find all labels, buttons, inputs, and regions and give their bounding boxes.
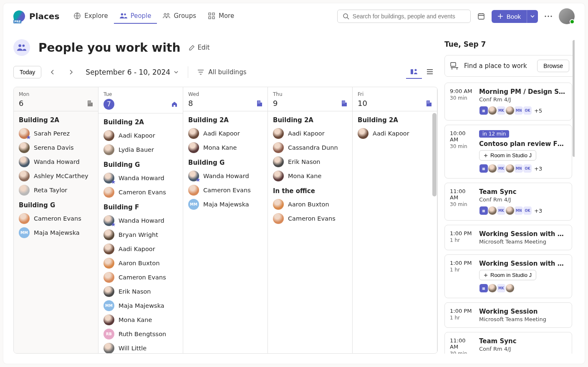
person-row[interactable]: Ashley McCarthey xyxy=(19,171,93,181)
date-range-picker[interactable]: September 6 - 10, 2024 xyxy=(86,68,179,76)
person-name: Erik Nason xyxy=(288,158,320,165)
avatar xyxy=(188,142,199,153)
avatar xyxy=(273,128,284,139)
location-title: Building 2A xyxy=(103,118,178,126)
day-header[interactable]: Fri10 xyxy=(353,87,437,111)
person-row[interactable]: Cameron Evans xyxy=(19,213,93,224)
person-row[interactable]: Cameron Evans xyxy=(103,187,178,198)
today-button[interactable]: Today xyxy=(13,66,41,78)
person-row[interactable]: Aadi Kapoor xyxy=(103,130,178,141)
nav-more-label: More xyxy=(219,12,234,20)
search-input[interactable] xyxy=(353,13,465,20)
person-row[interactable]: Aaron Buxton xyxy=(273,199,347,210)
person-row[interactable]: MMMaja Majewska xyxy=(19,227,93,238)
day-number: 7 xyxy=(103,99,114,110)
location-title: Building 2A xyxy=(188,116,262,124)
avatar xyxy=(273,213,284,224)
person-name: Serena Davis xyxy=(34,144,74,151)
presence-available-icon xyxy=(570,19,575,24)
person-row[interactable]: Aaron Buxton xyxy=(103,258,178,269)
day-header[interactable]: Tue7 xyxy=(98,87,183,113)
person-row[interactable]: Cameron Evans xyxy=(188,185,262,196)
day-header[interactable]: Thu9 xyxy=(268,87,352,111)
event-card[interactable]: 10:00 AM30 minin 12 minContoso plan revi… xyxy=(444,125,572,178)
person-row[interactable]: Wanda Howard xyxy=(103,215,178,226)
nav-more[interactable]: More xyxy=(202,9,240,24)
person-row[interactable]: Aadi Kapoor xyxy=(188,128,262,139)
location-icon xyxy=(257,100,262,107)
person-row[interactable]: Sarah Perez xyxy=(19,128,93,139)
event-card[interactable]: 1:00 PM1 hrWorking Session with a very..… xyxy=(444,225,572,250)
person-row[interactable]: Erik Nason xyxy=(103,286,178,297)
search-box[interactable] xyxy=(337,10,471,23)
person-row[interactable]: Reta Taylor xyxy=(19,185,93,196)
person-row[interactable]: Wanda Howard xyxy=(188,171,262,181)
event-card[interactable]: 9:00 AM30 minMorning PM / Design SyncCon… xyxy=(444,83,572,121)
svg-point-11 xyxy=(545,15,546,17)
person-row[interactable]: Wanda Howard xyxy=(19,156,93,167)
overflow-button[interactable] xyxy=(541,9,555,23)
event-card[interactable]: 11:00 AM30 minTeam SyncConf Rm 4/J▦MKMNO… xyxy=(444,183,572,221)
event-card[interactable]: 1:00 PM1 hrWorking SessionMicrosoft Team… xyxy=(444,302,572,328)
add-room-button[interactable]: Room in Studio J xyxy=(479,270,536,280)
person-row[interactable]: Aadi Kapoor xyxy=(103,244,178,254)
me-avatar[interactable] xyxy=(559,8,575,24)
person-row[interactable]: Cameron Evans xyxy=(103,272,178,283)
person-row[interactable]: Cameron Evans xyxy=(273,213,347,224)
groups-icon xyxy=(163,12,170,20)
add-room-button[interactable]: Room in Studio J xyxy=(479,150,536,161)
nav-groups[interactable]: Groups xyxy=(157,9,202,24)
svg-rect-8 xyxy=(212,17,215,19)
people-view-icon xyxy=(410,68,418,75)
book-dropdown[interactable] xyxy=(527,10,538,23)
browse-button[interactable]: Browse xyxy=(537,60,569,72)
edit-button[interactable]: Edit xyxy=(189,44,209,51)
day-name: Tue xyxy=(103,91,178,97)
avatar xyxy=(273,142,284,153)
person-row[interactable]: Mona Kane xyxy=(273,171,347,181)
person-row[interactable]: Aadi Kapoor xyxy=(273,128,347,139)
pencil-icon xyxy=(189,45,195,51)
person-name: Aaron Buxton xyxy=(288,201,329,208)
filter-icon xyxy=(197,69,204,75)
day-body: Building 2AAadi KapoorCassandra DunnErik… xyxy=(268,111,352,353)
event-card[interactable]: 1:00 PM1 hrWorking Session with a very..… xyxy=(444,254,572,298)
person-row[interactable]: MMMaja Majewska xyxy=(188,199,262,210)
view-people-button[interactable] xyxy=(406,65,422,79)
person-row[interactable]: MMMaja Majewska xyxy=(103,300,178,311)
event-time: 9:00 AM xyxy=(450,88,473,94)
person-row[interactable]: Aadi Kapoor xyxy=(358,128,432,139)
view-list-button[interactable] xyxy=(422,65,438,79)
svg-rect-26 xyxy=(258,101,259,102)
prev-week-button[interactable] xyxy=(45,65,60,79)
person-row[interactable]: Mona Kane xyxy=(103,314,178,325)
people-badge-icon xyxy=(13,39,30,56)
person-row[interactable]: Will Little xyxy=(103,343,178,353)
nav-people[interactable]: People xyxy=(114,9,157,24)
event-card[interactable]: 11:00 AM30 minTeam SyncConf Rm 4/J xyxy=(444,332,572,354)
day-header[interactable]: Wed8 xyxy=(183,87,268,111)
event-time-col: 10:00 AM30 min xyxy=(450,130,473,173)
right-panel-scrollbar[interactable] xyxy=(573,40,575,354)
attendee-avatar xyxy=(505,206,515,215)
person-row[interactable]: Bryan Wright xyxy=(103,229,178,240)
grid-scrollbar[interactable] xyxy=(432,113,437,352)
day-header[interactable]: Mon6 xyxy=(14,87,98,111)
person-row[interactable]: Wanda Howard xyxy=(103,173,178,184)
person-row[interactable]: Lydia Bauer xyxy=(103,144,178,155)
person-row[interactable]: RBRuth Bengtsson xyxy=(103,329,178,339)
person-row[interactable]: Erik Nason xyxy=(273,156,347,167)
building-filter[interactable]: All buildings xyxy=(197,68,246,76)
person-name: Cameron Evans xyxy=(34,215,81,222)
book-button[interactable]: Book xyxy=(492,10,527,23)
person-row[interactable]: Serena Davis xyxy=(19,142,93,153)
next-week-button[interactable] xyxy=(64,65,78,79)
person-row[interactable]: Mona Kane xyxy=(188,142,262,153)
nav-explore[interactable]: Explore xyxy=(68,9,114,24)
svg-point-12 xyxy=(548,15,549,17)
attendee-avatar xyxy=(488,164,497,173)
day-body: Building 2AAadi KapoorLydia BauerBuildin… xyxy=(98,113,183,353)
calendar-button[interactable] xyxy=(474,9,488,23)
app-logo[interactable]: Places xyxy=(13,10,59,22)
person-row[interactable]: Cassandra Dunn xyxy=(273,142,347,153)
